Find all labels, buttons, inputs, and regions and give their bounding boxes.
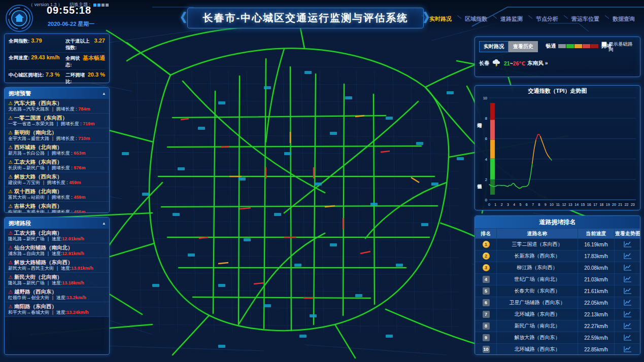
nav-item[interactable]: 营运车位置 [571,15,599,23]
svg-text:10: 10 [483,96,487,100]
ranking-column-header: 当前速度 [578,229,615,239]
legend-color-scale [558,44,598,48]
trend-chart-icon[interactable] [624,287,632,294]
nav-item[interactable]: 节点分析 [536,15,558,23]
ranking-header: 道路拥堵排名 [475,216,640,228]
warning-list-item[interactable]: ⚠双十西路（北向南） 富民大街→站前街 ｜ 拥堵长度 : 459m [5,187,109,202]
ranking-row: 9 解放大路（西向东） 22.59km/h [476,332,641,344]
svg-text:4: 4 [513,203,515,206]
weather-city: 长春 [479,60,490,67]
collapse-icon[interactable]: ▴ [103,91,105,96]
svg-text:14: 14 [574,203,579,206]
svg-text:7: 7 [532,203,534,206]
congestion-ranking-panel: 道路拥堵排名 排名道路名称当前速度查看走势图 1 三零二国道（东向西） 16.1… [474,215,640,355]
warning-list-item[interactable]: ⚠新明街（南向北） 金宇大路→盛世大路 ｜ 拥堵长度 : 710m [5,128,109,143]
nav-item[interactable]: 数据查询 [613,15,635,23]
congested-list-item[interactable]: ⚠仙台大街辅路（南向北） 浦东路→自由大路 ｜ 速度:12.91km/h [5,243,109,258]
congested-list-item[interactable]: ⚠工农大路（北向南） 隆礼路→新民广场 ｜ 速度:12.01km/h [5,229,109,243]
rank-road-name: 柳江路（东向西） [497,262,578,274]
trend-chart-icon[interactable] [624,264,632,271]
home-logo[interactable] [5,4,33,34]
svg-text:9: 9 [545,203,547,206]
ranking-column-header: 排名 [476,229,497,239]
trend-chart-icon[interactable] [624,322,632,329]
show-base-network-toggle[interactable]: 显示基础路网 [601,41,636,52]
warning-list-item[interactable]: ⚠汽车大路（西向东） 无名路→汽车大路东 ｜ 拥堵长度 : 784m [5,99,109,114]
theme-swatch[interactable] [101,4,105,7]
svg-text:2: 2 [485,177,487,182]
theme-swatch[interactable] [93,4,96,7]
storm-cloud-icon [492,59,502,67]
legend-color-block [558,44,566,48]
theme-swatch[interactable] [106,4,109,7]
warning-triangle-icon: ⚠ [8,115,13,121]
collapse-icon[interactable]: ▴ [103,221,105,226]
nav-item[interactable]: 实时路况 [429,15,452,23]
trend-chart-icon[interactable] [624,346,632,352]
theme-swatch[interactable] [97,4,100,7]
ranking-row: 8 新民广场（南向北） 22.27km/h [476,320,641,332]
ranking-row: 5 长春大街（东向西） 21.61km/h [476,285,641,297]
ranking-column-header: 查看走势图 [615,229,641,239]
trend-chart-icon[interactable] [624,252,632,259]
congested-list-item[interactable]: ⚠新民大街（北向南） 隆礼路→新民广场 ｜ 速度:13.18km/h [5,273,109,287]
trend-chart-icon[interactable] [624,334,632,341]
alert-triangle-icon: ⚠ [8,289,13,295]
rank-speed: 22.27km/h [578,320,615,332]
warning-list-item[interactable]: ⚠工农大路（东向西） 长庆街→新民广场 ｜ 拥堵长度 : 576m [5,158,109,172]
congestion-warning-title: 拥堵预警 [9,90,31,97]
tab-history[interactable]: 查看历史 [509,41,538,52]
congested-list-item[interactable]: ⚠越野路（西向东） 红领巾街→创业大街 ｜ 速度:13.2km/h [5,287,109,302]
svg-text:4: 4 [485,157,487,162]
rank-speed: 17.83km/h [578,250,615,262]
rank-speed: 16.19km/h [578,239,615,250]
congested-list-item[interactable]: ⚠解放大路辅路（东向西） 新民大街→西民主大街 ｜ 速度:13.01km/h [5,258,109,273]
rank-speed: 22.05km/h [578,297,615,309]
svg-text:17: 17 [593,203,597,206]
warning-list-item[interactable]: ⚠吉林大路（东向西） 临河街→东盛大街 ｜ 拥堵长度 : 455m [5,202,109,213]
theme-swatches[interactable] [93,4,109,7]
page-title: 《 长春市-中心城区交通运行监测与评估系统 》 [187,8,424,28]
svg-text:20: 20 [612,203,616,206]
congested-segments-title: 拥堵路段 [9,220,31,227]
legend-color-block [583,44,590,48]
rank-badge: 4 [483,276,490,283]
dashboard: （ version 1.3 ） 切换主题 : 09:55:18 2020-06-… [0,0,644,362]
svg-text:0: 0 [488,203,490,206]
overview-metric: 次干道以上指数:3.27 [65,36,105,53]
trend-chart-icon[interactable] [624,276,632,282]
tab-realtime[interactable]: 实时路况 [479,41,509,52]
svg-text:19: 19 [606,203,610,206]
congestion-warning-list: ⚠汽车大路（西向东） 无名路→汽车大路东 ｜ 拥堵长度 : 784m ⚠一零二国… [5,99,109,213]
road-condition-panel: 实时路况查看历史 畅通 拥堵 显示基础路网 长春 21~26℃ 东南风 » [474,37,640,77]
ranking-header-row: 排名道路名称当前速度查看走势图 [476,229,641,239]
congested-list-item[interactable]: ⚠南阳路（东向西） 和平大街→春城大街 ｜ 速度:13.24km/h [5,302,109,317]
rank-speed: 21.03km/h [578,274,615,285]
warning-triangle-icon: ⚠ [8,174,13,179]
svg-text:8: 8 [538,203,540,206]
warning-list-item[interactable]: ⚠一零二国道（东向西） 一零一省道→东荣大路 ｜ 拥堵长度 : 719m [5,114,109,128]
legend-color-block [574,44,582,48]
warning-list-item[interactable]: ⚠解放大路（西向东） 建设街→万宝街 ｜ 拥堵长度 : 459m [5,172,109,187]
base-network-label: 显示基础路网 [608,41,636,52]
congested-segments-list: ⚠工农大路（北向南） 隆礼路→新民广场 ｜ 速度:12.01km/h ⚠仙台大街… [5,229,109,317]
trend-chart-icon[interactable] [624,241,632,247]
ranking-row: 3 柳江路（东向西） 20.08km/h [476,262,641,274]
overview-metric: 中心城区拥堵比:7.3 % [9,70,65,87]
nav-item[interactable]: 区域指数 [465,15,487,23]
trend-chart-icon[interactable] [624,311,632,317]
warning-triangle-icon: ⚠ [8,100,13,106]
rank-speed: 22.85km/h [578,344,615,355]
svg-text:交通指数（TPI）走势图: 交通指数（TPI）走势图 [527,88,587,94]
trend-chart-icon[interactable] [624,299,632,306]
wind-direction: 东南风 » [527,60,548,67]
svg-text:8: 8 [485,116,487,121]
svg-text:23: 23 [631,203,635,206]
congested-segments-header: 拥堵路段 ▴ [5,218,109,229]
base-network-checkbox[interactable] [601,42,607,47]
svg-text:0: 0 [485,198,487,202]
rank-badge: 9 [483,334,490,341]
warning-list-item[interactable]: ⚠西环城路（北向南） 新月路→长白公路 ｜ 拥堵长度 : 653m [5,143,109,158]
rank-road-name: 北环城路（西向东） [497,344,578,355]
nav-item[interactable]: 道路监测 [500,15,523,23]
